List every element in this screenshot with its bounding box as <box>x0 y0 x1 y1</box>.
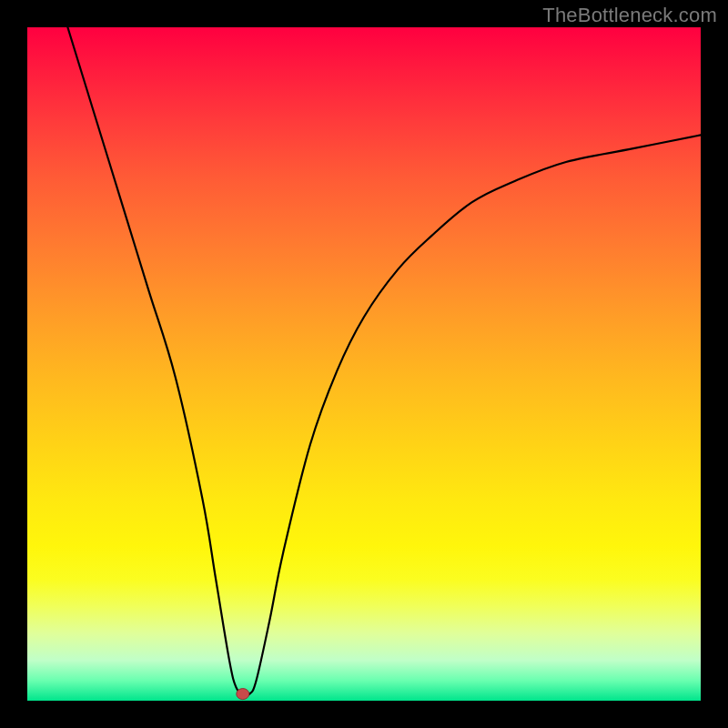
bottleneck-curve-path <box>67 27 701 695</box>
watermark-text: TheBottleneck.com <box>542 4 717 27</box>
chart-frame: TheBottleneck.com <box>0 0 728 728</box>
plot-area <box>27 27 701 701</box>
curve-layer <box>27 27 701 701</box>
minimum-marker <box>237 689 249 700</box>
